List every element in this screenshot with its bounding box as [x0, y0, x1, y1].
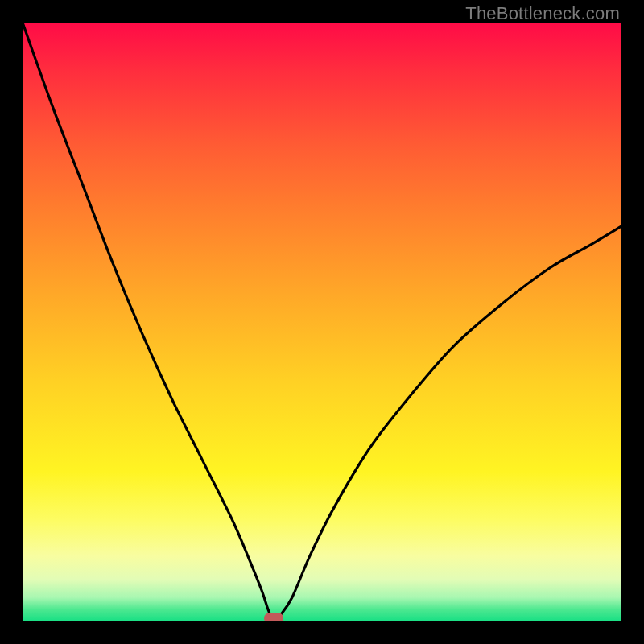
bottleneck-curve: [23, 23, 621, 621]
plot-area: [23, 23, 621, 621]
optimum-marker: [264, 613, 283, 621]
chart-frame: TheBottleneck.com: [0, 0, 644, 644]
watermark-text: TheBottleneck.com: [465, 3, 620, 24]
